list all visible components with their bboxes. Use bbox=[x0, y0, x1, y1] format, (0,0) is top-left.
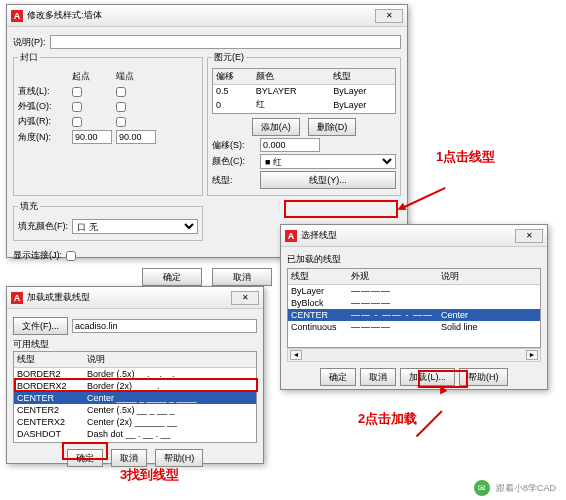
help-button[interactable]: 帮助(H) bbox=[155, 449, 204, 467]
fill-color-select[interactable]: 口 无 bbox=[72, 219, 198, 234]
annotation-3: 3找到线型 bbox=[120, 466, 179, 484]
linetype-list[interactable]: 线型外观说明 ByLayer———— ByBlock———— CENTER—— … bbox=[287, 268, 541, 348]
load-button[interactable]: 加载(L)... bbox=[400, 368, 455, 386]
close-icon[interactable]: ✕ bbox=[375, 9, 403, 23]
help-button[interactable]: 帮助(H) bbox=[459, 368, 508, 386]
line-end-check[interactable] bbox=[116, 87, 126, 97]
table-row: 0红ByLayer bbox=[213, 97, 395, 112]
inner-start-check[interactable] bbox=[72, 117, 82, 127]
close-icon[interactable]: ✕ bbox=[231, 291, 259, 305]
loaded-label: 已加载的线型 bbox=[287, 253, 541, 266]
table-row: ByBlock———— bbox=[288, 297, 540, 309]
ok-button[interactable]: 确定 bbox=[320, 368, 356, 386]
app-icon: A bbox=[11, 10, 23, 22]
app-icon: A bbox=[11, 292, 23, 304]
wechat-icon: ✉ bbox=[474, 480, 490, 496]
outer-start-check[interactable] bbox=[72, 102, 82, 112]
annotation-2: 2点击加载 bbox=[358, 410, 417, 428]
file-button[interactable]: 文件(F)... bbox=[13, 317, 68, 335]
delete-button[interactable]: 删除(D) bbox=[308, 118, 357, 136]
cancel-button[interactable]: 取消 bbox=[212, 268, 272, 286]
elements-list[interactable]: 偏移颜色线型 0.5BYLAYERByLayer 0红ByLayer -0.5B… bbox=[212, 68, 396, 114]
outer-end-check[interactable] bbox=[116, 102, 126, 112]
linetype-button[interactable]: 线型(Y)... bbox=[260, 171, 396, 189]
window-title: 选择线型 bbox=[301, 229, 337, 242]
table-row-selected: CENTER—— - —— - ——Center bbox=[288, 309, 540, 321]
table-row-selected: CENTERCenter ____ _ ____ _ ____ bbox=[14, 392, 256, 404]
table-row: CENTER2Center (.5x) __ _ __ _ bbox=[14, 404, 256, 416]
elements-group: 图元(E) 偏移颜色线型 0.5BYLAYERByLayer 0红ByLayer… bbox=[207, 51, 401, 196]
footer: ✉ 跟着小8学CAD bbox=[474, 480, 556, 496]
table-row: -0.5BYLAYERByLayer bbox=[213, 112, 395, 114]
angle-start-input[interactable] bbox=[72, 130, 112, 144]
titlebar: A修改多线样式:墙体 ✕ bbox=[7, 5, 407, 27]
table-row: ByLayer———— bbox=[288, 285, 540, 298]
available-list[interactable]: 线型说明 BORDER2Border (.5x) __.__.__.__ BOR… bbox=[13, 351, 257, 443]
titlebar: A选择线型 ✕ bbox=[281, 225, 547, 247]
color-select[interactable]: ■ 红 bbox=[260, 154, 396, 169]
offset-input[interactable] bbox=[260, 138, 320, 152]
modify-mline-style-dialog: A修改多线样式:墙体 ✕ 说明(P): 封口 起点端点 直线(L): 外弧(O)… bbox=[6, 4, 408, 258]
select-linetype-dialog: A选择线型 ✕ 已加载的线型 线型外观说明 ByLayer———— ByBloc… bbox=[280, 224, 548, 390]
titlebar: A加载或重载线型 ✕ bbox=[7, 287, 263, 309]
h-scrollbar[interactable]: ◄► bbox=[287, 348, 541, 362]
cap-group: 封口 起点端点 直线(L): 外弧(O): 内弧(R): 角度(N): bbox=[13, 51, 203, 196]
show-joints-check[interactable] bbox=[66, 251, 76, 261]
close-icon[interactable]: ✕ bbox=[515, 229, 543, 243]
fill-group: 填充 填充颜色(F):口 无 bbox=[13, 200, 203, 241]
window-title: 加载或重载线型 bbox=[27, 291, 90, 304]
desc-input[interactable] bbox=[50, 35, 402, 49]
table-row: BORDER2Border (.5x) __.__.__.__ bbox=[14, 368, 256, 381]
cancel-button[interactable]: 取消 bbox=[111, 449, 147, 467]
ok-button[interactable]: 确定 bbox=[67, 449, 103, 467]
table-row: CENTERX2Center (2x) ______ __ bbox=[14, 416, 256, 428]
ok-button[interactable]: 确定 bbox=[142, 268, 202, 286]
app-icon: A bbox=[285, 230, 297, 242]
end-header: 端点 bbox=[116, 70, 134, 83]
available-label: 可用线型 bbox=[13, 338, 257, 351]
start-header: 起点 bbox=[72, 70, 112, 83]
table-row: Continuous————Solid line bbox=[288, 321, 540, 333]
annotation-1: 1点击线型 bbox=[436, 148, 495, 166]
footer-text: 跟着小8学CAD bbox=[496, 482, 556, 495]
scroll-left-icon[interactable]: ◄ bbox=[290, 350, 302, 360]
angle-end-input[interactable] bbox=[116, 130, 156, 144]
desc-label: 说明(P): bbox=[13, 36, 46, 49]
window-title: 修改多线样式:墙体 bbox=[27, 9, 102, 22]
inner-end-check[interactable] bbox=[116, 117, 126, 127]
scroll-right-icon[interactable]: ► bbox=[526, 350, 538, 360]
table-row: DASHDOTDash dot __ . __ . __ bbox=[14, 428, 256, 440]
line-start-check[interactable] bbox=[72, 87, 82, 97]
cancel-button[interactable]: 取消 bbox=[360, 368, 396, 386]
table-row: BORDERX2Border (2x) ____ . ____ bbox=[14, 380, 256, 392]
file-input[interactable] bbox=[72, 319, 257, 333]
table-row: 0.5BYLAYERByLayer bbox=[213, 85, 395, 98]
add-button[interactable]: 添加(A) bbox=[252, 118, 300, 136]
load-linetype-dialog: A加载或重载线型 ✕ 文件(F)... 可用线型 线型说明 BORDER2Bor… bbox=[6, 286, 264, 464]
